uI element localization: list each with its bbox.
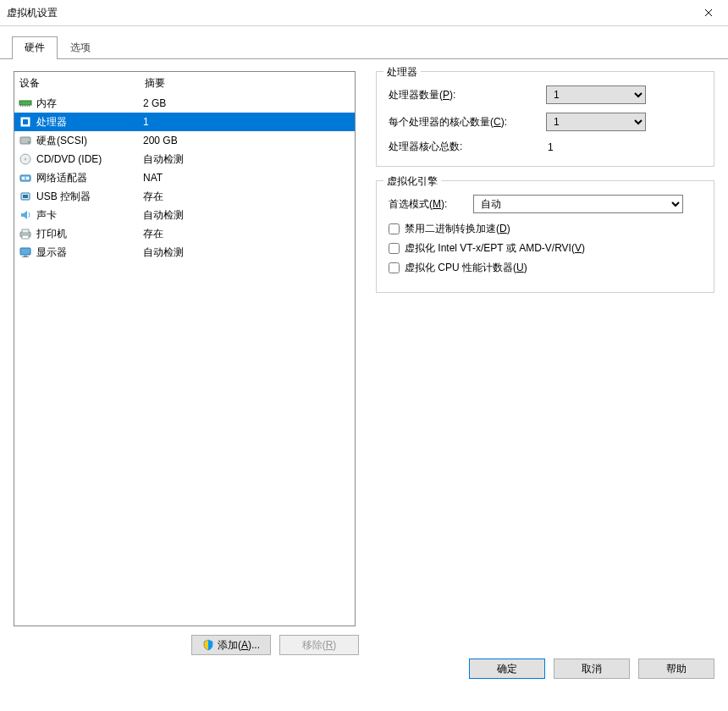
svg-rect-19 — [22, 229, 29, 233]
svg-rect-20 — [22, 235, 29, 239]
svg-point-12 — [25, 158, 27, 161]
title-bar: 虚拟机设置 — [0, 0, 728, 26]
total-cores-value: 1 — [546, 141, 554, 153]
hardware-list: 设备 摘要 内存2 GB处理器1硬盘(SCSI)200 GBCD/DVD (ID… — [14, 71, 356, 626]
net-icon — [18, 171, 33, 185]
svg-rect-4 — [25, 105, 26, 107]
svg-rect-0 — [19, 101, 31, 105]
hw-name: 声卡 — [36, 208, 143, 223]
hw-name: USB 控制器 — [36, 190, 143, 204]
svg-rect-17 — [23, 195, 28, 198]
virtualization-group: 虚拟化引擎 首选模式(M): 自动 禁用二进制转换加速(D) 虚拟化 Intel… — [376, 180, 714, 293]
svg-rect-1 — [20, 105, 21, 107]
svg-rect-15 — [26, 177, 29, 179]
dialog-footer: 确定 取消 帮助 — [469, 659, 714, 679]
mode-label: 首选模式(M): — [389, 197, 473, 212]
svg-rect-14 — [22, 177, 25, 179]
svg-rect-13 — [20, 175, 30, 181]
hw-summary: 200 GB — [143, 135, 351, 146]
svg-rect-22 — [24, 256, 27, 256]
window-title: 虚拟机设置 — [7, 6, 58, 20]
display-icon — [18, 245, 33, 259]
hw-name: 网络适配器 — [36, 171, 143, 185]
tab-row: 硬件 选项 — [0, 26, 728, 59]
proc-count-label: 处理器数量(P): — [389, 88, 546, 102]
hw-summary: 1 — [143, 116, 351, 128]
hw-name: 显示器 — [36, 245, 143, 260]
close-button[interactable] — [689, 0, 728, 25]
add-button[interactable]: 添加(A)... — [191, 635, 271, 655]
hw-summary: 存在 — [143, 190, 351, 204]
processor-group: 处理器 处理器数量(P): 1 每个处理器的核心数量(C): 1 处理器核心总数… — [376, 71, 714, 167]
svg-point-10 — [28, 141, 30, 143]
tab-options[interactable]: 选项 — [58, 36, 103, 59]
svg-rect-6 — [29, 105, 30, 107]
list-buttons: 添加(A)... 移除(R) — [191, 635, 359, 655]
svg-rect-3 — [24, 105, 25, 107]
hw-summary: 存在 — [143, 227, 351, 241]
virtualize-vtx-checkbox[interactable] — [389, 243, 400, 254]
disable-binary-translation-checkbox[interactable] — [389, 223, 400, 234]
close-icon — [704, 8, 713, 17]
svg-rect-21 — [20, 248, 30, 255]
remove-button: 移除(R) — [279, 635, 359, 655]
hw-name: 硬盘(SCSI) — [36, 134, 143, 148]
help-button[interactable]: 帮助 — [638, 659, 714, 679]
virtualize-vtx-label[interactable]: 虚拟化 Intel VT-x/EPT 或 AMD-V/RVI(V) — [405, 241, 585, 256]
svg-rect-5 — [27, 105, 28, 107]
hw-summary: 2 GB — [143, 97, 351, 109]
svg-rect-2 — [22, 105, 23, 107]
col-summary: 摘要 — [145, 76, 165, 91]
usb-icon — [18, 190, 33, 203]
hardware-list-header: 设备 摘要 — [14, 72, 355, 94]
shield-icon — [202, 639, 214, 651]
cores-select[interactable]: 1 — [546, 113, 646, 131]
col-device: 设备 — [19, 76, 145, 91]
remove-button-label: 移除(R) — [302, 638, 337, 653]
hw-row-disk[interactable]: 硬盘(SCSI)200 GB — [14, 131, 355, 150]
hw-summary: NAT — [143, 172, 351, 184]
hw-row-cpu[interactable]: 处理器1 — [14, 113, 355, 131]
virtualize-perf-counters-checkbox[interactable] — [389, 262, 400, 273]
body-area: 设备 摘要 内存2 GB处理器1硬盘(SCSI)200 GBCD/DVD (ID… — [0, 58, 728, 689]
disable-binary-translation-label[interactable]: 禁用二进制转换加速(D) — [405, 222, 510, 236]
add-button-label: 添加(A)... — [218, 638, 260, 653]
proc-count-select[interactable]: 1 — [546, 85, 646, 104]
cpu-icon — [18, 115, 33, 129]
hw-name: CD/DVD (IDE) — [36, 153, 143, 165]
virtualize-perf-counters-label[interactable]: 虚拟化 CPU 性能计数器(U) — [405, 261, 527, 275]
hw-name: 打印机 — [36, 227, 143, 241]
hw-name: 内存 — [36, 96, 143, 111]
hw-summary: 自动检测 — [143, 208, 351, 223]
hw-row-cd[interactable]: CD/DVD (IDE)自动检测 — [14, 150, 355, 168]
hw-row-display[interactable]: 显示器自动检测 — [14, 243, 355, 262]
hw-summary: 自动检测 — [143, 245, 351, 260]
hw-name: 处理器 — [36, 115, 143, 130]
mode-select[interactable]: 自动 — [473, 195, 683, 213]
hw-row-printer[interactable]: 打印机存在 — [14, 224, 355, 243]
tab-hardware[interactable]: 硬件 — [12, 36, 58, 59]
hw-row-sound[interactable]: 声卡自动检测 — [14, 206, 355, 224]
svg-rect-23 — [22, 256, 29, 257]
sound-icon — [18, 208, 33, 222]
cancel-button[interactable]: 取消 — [554, 659, 630, 679]
cores-label: 每个处理器的核心数量(C): — [389, 115, 546, 130]
ok-button[interactable]: 确定 — [469, 659, 545, 679]
processor-legend: 处理器 — [383, 65, 421, 80]
svg-rect-8 — [23, 119, 28, 124]
cd-icon — [18, 152, 33, 166]
virtualization-legend: 虚拟化引擎 — [383, 174, 441, 189]
printer-icon — [18, 227, 33, 240]
hw-row-memory[interactable]: 内存2 GB — [14, 94, 355, 113]
disk-icon — [18, 134, 33, 147]
total-cores-label: 处理器核心总数: — [389, 140, 546, 154]
hw-summary: 自动检测 — [143, 152, 351, 167]
memory-icon — [18, 96, 33, 110]
hw-row-net[interactable]: 网络适配器NAT — [14, 168, 355, 187]
hw-row-usb[interactable]: USB 控制器存在 — [14, 187, 355, 206]
